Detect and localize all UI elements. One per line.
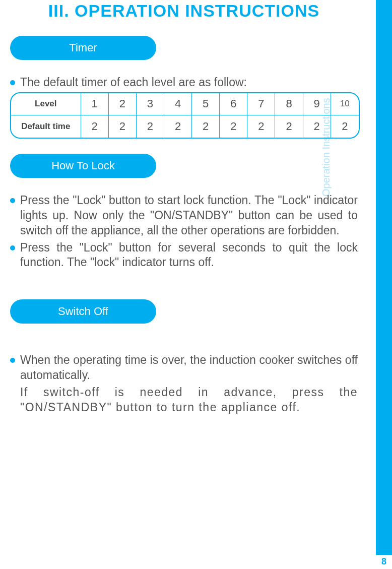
timer-table: Level 1 2 3 4 5 6 7 8 9 10 Default time … xyxy=(10,92,360,139)
level-cell: 6 xyxy=(220,93,247,115)
table-row: Default time 2 2 2 2 2 2 2 2 2 2 xyxy=(11,115,359,138)
default-time-cell: 2 xyxy=(137,115,164,138)
default-time-cell: 2 xyxy=(247,115,275,138)
section-heading-lock: How To Lock xyxy=(10,154,156,178)
bullet-icon xyxy=(10,245,15,250)
switchoff-bullets: When the operating time is over, the ind… xyxy=(10,353,358,415)
default-time-cell: 2 xyxy=(303,115,331,138)
level-cell: 3 xyxy=(137,93,164,115)
section-heading-switchoff: Switch Off xyxy=(10,299,156,324)
bullet-icon xyxy=(10,80,15,85)
default-time-label: Default time xyxy=(11,115,81,138)
list-item: If switch-off is needed in advance, pres… xyxy=(10,385,358,415)
level-cell: 7 xyxy=(247,93,275,115)
level-cell: 10 xyxy=(331,93,359,115)
page-title: III. OPERATION INSTRUCTIONS xyxy=(10,1,358,21)
timer-intro-row: The default timer of each level are as f… xyxy=(10,75,358,90)
lock-text-2: Press the "Lock" button for several seco… xyxy=(20,240,358,271)
level-cell: 2 xyxy=(109,93,137,115)
level-cell: 9 xyxy=(303,93,331,115)
list-item: Press the "Lock" button for several seco… xyxy=(10,240,358,271)
default-time-cell: 2 xyxy=(331,115,359,138)
level-label: Level xyxy=(11,93,81,115)
switchoff-text-1b: If switch-off is needed in advance, pres… xyxy=(20,385,358,415)
bullet-icon xyxy=(10,198,15,203)
page-number: 8 xyxy=(376,554,392,569)
default-time-cell: 2 xyxy=(220,115,247,138)
default-time-cell: 2 xyxy=(81,115,109,138)
default-time-cell: 2 xyxy=(109,115,137,138)
level-cell: 1 xyxy=(81,93,109,115)
level-cell: 8 xyxy=(275,93,303,115)
list-item: Press the "Lock" button to start lock fu… xyxy=(10,193,358,238)
switchoff-text-1: When the operating time is over, the ind… xyxy=(20,353,358,383)
lock-bullets: Press the "Lock" button to start lock fu… xyxy=(10,193,358,270)
level-cell: 4 xyxy=(164,93,192,115)
side-tab: Operation Instructions xyxy=(376,0,392,554)
page-content: III. OPERATION INSTRUCTIONS Timer The de… xyxy=(0,1,363,415)
default-time-cell: 2 xyxy=(275,115,303,138)
default-time-cell: 2 xyxy=(192,115,220,138)
timer-intro-text: The default timer of each level are as f… xyxy=(20,75,358,90)
table-row: Level 1 2 3 4 5 6 7 8 9 10 xyxy=(11,93,359,115)
level-cell: 5 xyxy=(192,93,220,115)
section-heading-timer: Timer xyxy=(10,36,156,60)
bullet-icon xyxy=(10,358,15,363)
list-item: When the operating time is over, the ind… xyxy=(10,353,358,383)
default-time-cell: 2 xyxy=(164,115,192,138)
lock-text-1: Press the "Lock" button to start lock fu… xyxy=(20,193,358,238)
